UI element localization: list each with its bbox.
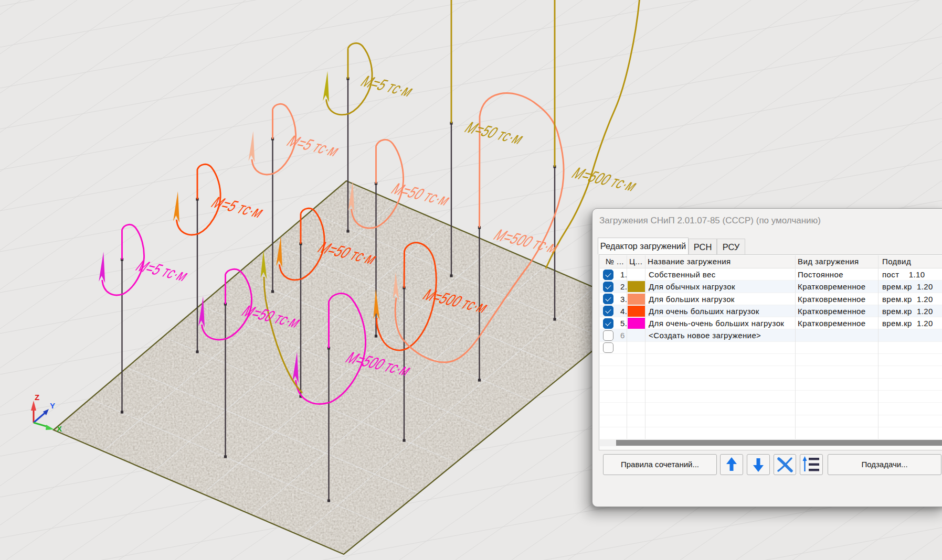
svg-text:Z: Z <box>35 393 39 402</box>
svg-text:Y: Y <box>50 401 55 410</box>
svg-text:X: X <box>57 424 62 433</box>
